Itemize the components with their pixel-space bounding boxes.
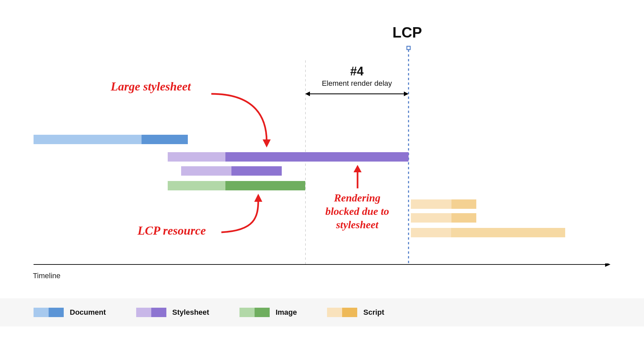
svg-marker-11 <box>354 165 362 172</box>
swatch-document <box>34 308 64 317</box>
bar-script-1 <box>411 199 476 209</box>
legend-item-script: Script <box>327 308 384 317</box>
legend-item-document: Document <box>34 308 106 317</box>
svg-marker-7 <box>605 263 610 267</box>
bar-script-2 <box>411 213 476 223</box>
diagram-canvas: LCP #4 Element render delay <box>0 0 644 362</box>
svg-marker-5 <box>404 92 409 96</box>
timeline-axis <box>34 263 610 270</box>
svg-marker-8 <box>263 139 271 147</box>
lcp-marker <box>409 46 409 264</box>
lcp-label: LCP <box>392 24 422 41</box>
bar-stylesheet-2 <box>181 166 282 176</box>
arrow-rendering-blocked <box>354 165 361 188</box>
arrow-large-stylesheet <box>208 90 275 151</box>
section-4-heading: #4 Element render delay <box>305 64 409 88</box>
legend-item-image: Image <box>239 308 297 317</box>
legend-item-stylesheet: Stylesheet <box>136 308 209 317</box>
bar-large-stylesheet <box>168 152 409 162</box>
legend-label-script: Script <box>363 308 384 317</box>
section-label: Element render delay <box>305 79 409 88</box>
swatch-stylesheet <box>136 308 166 317</box>
svg-marker-4 <box>305 92 310 96</box>
legend-label-stylesheet: Stylesheet <box>172 308 209 317</box>
annotation-rendering-blocked: Rendering blocked due to stylesheet <box>319 191 396 231</box>
bar-script-3 <box>411 228 565 237</box>
legend-label-document: Document <box>70 308 106 317</box>
svg-marker-9 <box>254 194 262 202</box>
annotation-lcp-resource: LCP resource <box>138 223 206 238</box>
swatch-script <box>327 308 357 317</box>
svg-rect-0 <box>407 46 410 50</box>
section-num: #4 <box>305 64 409 78</box>
annotation-large-stylesheet: Large stylesheet <box>111 79 191 94</box>
arrow-lcp-resource <box>218 194 272 237</box>
legend-label-image: Image <box>276 308 297 317</box>
bar-lcp-image <box>168 181 305 190</box>
swatch-image <box>239 308 270 317</box>
section-span-arrow <box>305 90 409 98</box>
timeline-label: Timeline <box>33 272 60 280</box>
legend: Document Stylesheet Image Script <box>0 298 644 326</box>
bar-document <box>34 135 188 144</box>
